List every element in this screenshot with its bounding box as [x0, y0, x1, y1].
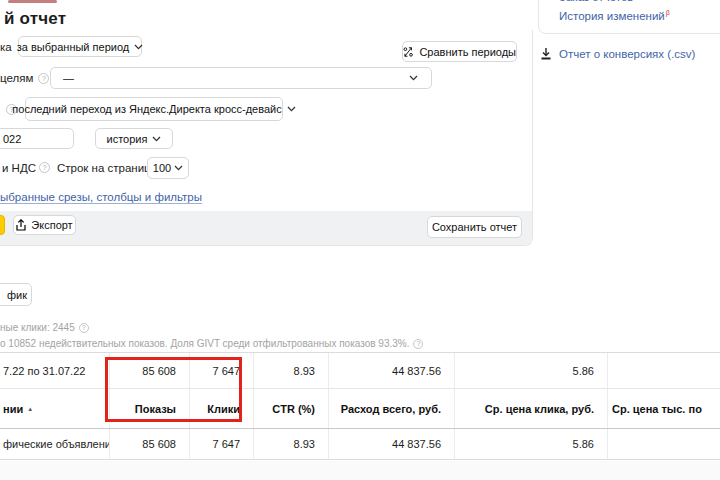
- vat-label: и НДС: [2, 162, 36, 174]
- vat-info-icon[interactable]: ?: [39, 162, 50, 173]
- export-button[interactable]: Экспорт: [13, 215, 76, 235]
- active-tab-underline: [8, 0, 57, 3]
- goals-info-icon[interactable]: ?: [38, 73, 49, 84]
- sort-asc-icon: ▲: [27, 406, 33, 412]
- header-slice[interactable]: нии ▲: [0, 389, 110, 428]
- slices-columns-filters-link[interactable]: ыбранные срезы, столбцы и фильтры: [0, 191, 202, 203]
- show-button[interactable]: [0, 215, 5, 235]
- header-ctr[interactable]: CTR (%): [254, 389, 329, 428]
- export-icon: [16, 219, 26, 231]
- totals-avg-cpc-cell: 5.86: [455, 353, 608, 388]
- header-slice-label: нии: [3, 403, 23, 415]
- rows-per-page-select[interactable]: 100: [147, 157, 189, 179]
- row-cost-cell: 44 837.56: [329, 429, 455, 459]
- highlight-annotation-box: [105, 357, 242, 422]
- row-ctr-cell: 8.93: [254, 429, 329, 459]
- attribution-select-value: последний переход из Яндекс.Директа крос…: [12, 103, 281, 115]
- save-report-button[interactable]: Сохранить отчет: [427, 216, 522, 238]
- totals-avg-cpm-cell: [608, 353, 720, 388]
- history-select[interactable]: история: [95, 128, 173, 149]
- goals-select[interactable]: —: [50, 67, 432, 89]
- rows-per-page-label: Строк на странице: [57, 162, 157, 174]
- change-history-link[interactable]: История измененийβ: [559, 9, 670, 22]
- report-wizard-page: й отчет ка за выбранный период Сравнить …: [0, 0, 720, 480]
- chevron-down-icon: [152, 136, 161, 142]
- invalid-clicks-note: ные клики: 2445 ?: [0, 322, 89, 333]
- period-select[interactable]: за выбранный период: [18, 36, 142, 57]
- header-avg-cpm[interactable]: Ср. цена тыс. по: [608, 389, 720, 428]
- goals-label: целям: [0, 72, 33, 84]
- filtered-impressions-text: о 10852 недействительных показов. Доля G…: [0, 338, 409, 349]
- conversions-report-link[interactable]: Отчет о конверсиях (.csv): [540, 47, 695, 60]
- period-select-value: за выбранный период: [17, 41, 129, 53]
- history-select-value: история: [107, 133, 148, 145]
- save-report-label: Сохранить отчет: [432, 221, 517, 233]
- header-avg-cpc[interactable]: Ср. цена клика, руб.: [455, 389, 608, 428]
- compare-periods-label: Сравнить периоды: [419, 46, 516, 58]
- period-label: ка: [0, 41, 12, 53]
- rows-per-page-value: 100: [153, 162, 171, 174]
- filtered-impressions-note: о 10852 недействительных показов. Доля G…: [0, 338, 423, 349]
- date-range-input[interactable]: 022: [0, 128, 74, 149]
- chevron-down-icon: [134, 44, 143, 50]
- invalid-clicks-info-icon[interactable]: ?: [79, 323, 89, 333]
- totals-ctr-cell: 8.93: [254, 353, 329, 388]
- chart-button[interactable]: фик: [0, 283, 32, 306]
- row-label-cell: фические объявления: [0, 429, 110, 459]
- change-history-label: История изменений: [559, 10, 665, 22]
- date-range-value: 022: [3, 133, 21, 145]
- report-links-card: Заказ отчетов История измененийβ: [538, 0, 720, 34]
- filtered-impressions-info-icon[interactable]: ?: [413, 339, 423, 349]
- chart-button-label: фик: [7, 289, 27, 301]
- page-bottom-area: [0, 461, 720, 480]
- page-title: й отчет: [4, 9, 66, 29]
- row-avg-cpc-cell: 5.86: [455, 429, 608, 459]
- totals-cost-cell: 44 837.56: [329, 353, 455, 388]
- compare-periods-button[interactable]: Сравнить периоды: [402, 41, 517, 62]
- chevron-down-icon: [174, 165, 183, 171]
- compare-icon: [403, 46, 413, 58]
- download-icon: [540, 47, 552, 60]
- order-reports-link[interactable]: Заказ отчетов: [559, 0, 633, 3]
- table-row: фические объявления 85 608 7 647 8.93 44…: [0, 429, 720, 460]
- filter-panel: [0, 30, 533, 246]
- header-cost[interactable]: Расход всего, руб.: [329, 389, 455, 428]
- totals-period-cell: 7.22 по 31.07.22: [0, 353, 110, 388]
- chevron-down-icon: [287, 106, 296, 112]
- attribution-select[interactable]: последний переход из Яндекс.Директа крос…: [25, 97, 283, 121]
- invalid-clicks-text: ные клики: 2445: [0, 322, 75, 333]
- row-impressions-cell: 85 608: [110, 429, 190, 459]
- goals-select-value: —: [63, 72, 74, 84]
- row-clicks-cell: 7 647: [190, 429, 254, 459]
- chevron-down-icon: [409, 75, 418, 81]
- row-avg-cpm-cell: [608, 429, 720, 459]
- export-label: Экспорт: [31, 219, 72, 231]
- beta-badge: β: [666, 9, 670, 16]
- conversions-report-label: Отчет о конверсиях (.csv): [559, 48, 695, 60]
